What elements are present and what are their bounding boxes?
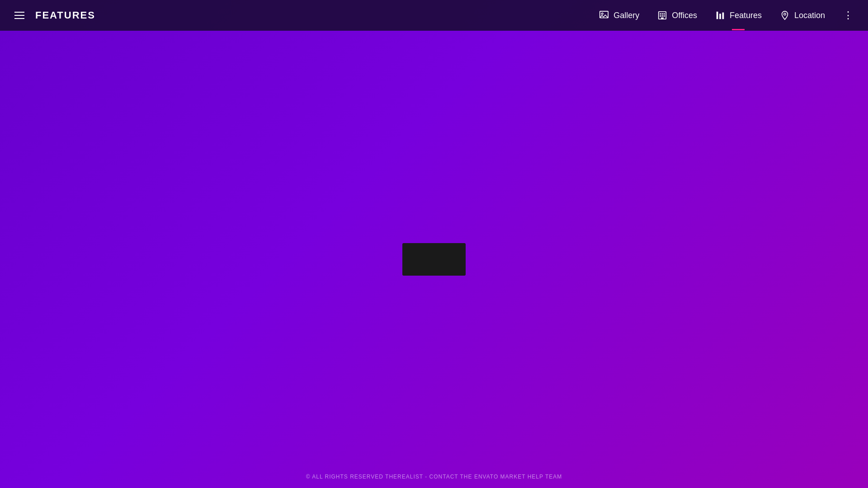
more-options-button[interactable]: ⋮: [843, 9, 854, 21]
svg-rect-7: [662, 15, 663, 17]
gallery-icon: [599, 10, 609, 20]
svg-point-13: [784, 13, 786, 15]
brand-title: FEATURES: [35, 9, 95, 21]
footer-text: © ALL RIGHTS RESERVED THEREALIST - CONTA…: [306, 474, 562, 480]
svg-rect-12: [722, 13, 724, 19]
location-icon: [780, 10, 790, 20]
svg-rect-6: [660, 15, 661, 17]
features-icon: [715, 10, 725, 20]
svg-rect-11: [719, 14, 721, 19]
nav-item-offices[interactable]: Offices: [657, 10, 697, 20]
nav-item-gallery[interactable]: Gallery: [599, 10, 639, 20]
svg-point-1: [602, 13, 604, 15]
navbar-left: FEATURES: [14, 9, 95, 21]
hamburger-menu-button[interactable]: [14, 12, 24, 19]
svg-rect-3: [660, 13, 661, 14]
nav-item-location-label: Location: [794, 11, 825, 20]
main-content: [0, 0, 868, 488]
footer: © ALL RIGHTS RESERVED THEREALIST - CONTA…: [0, 465, 868, 488]
svg-rect-8: [664, 15, 665, 17]
navbar: FEATURES Gallery: [0, 0, 868, 31]
center-block: [402, 243, 466, 276]
nav-item-features-label: Features: [730, 11, 762, 20]
nav-item-location[interactable]: Location: [780, 10, 825, 20]
svg-rect-5: [664, 13, 665, 14]
nav-item-offices-label: Offices: [672, 11, 697, 20]
svg-rect-9: [661, 18, 664, 19]
svg-rect-10: [717, 12, 718, 19]
navbar-right: Gallery Offices: [599, 9, 854, 21]
svg-rect-4: [662, 13, 663, 14]
nav-item-gallery-label: Gallery: [613, 11, 639, 20]
offices-icon: [657, 10, 667, 20]
nav-item-features[interactable]: Features: [715, 10, 762, 20]
